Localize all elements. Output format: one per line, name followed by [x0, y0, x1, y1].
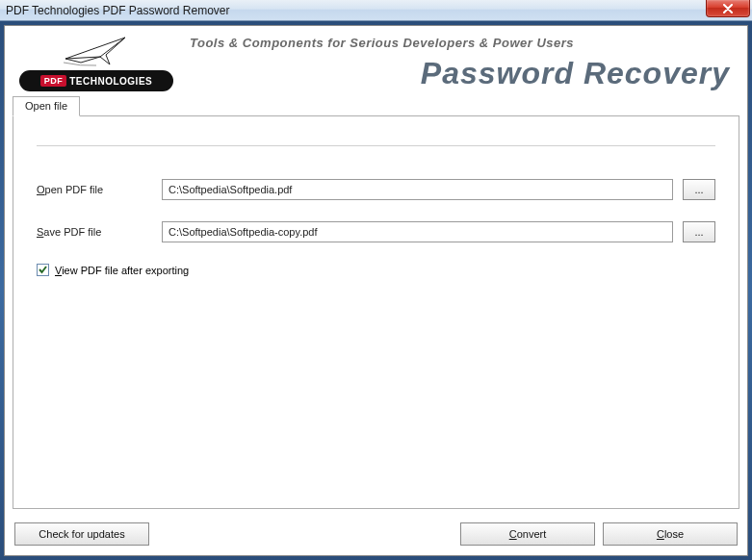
panel-header: PDF TECHNOLOGIES Tools & Components for …: [5, 26, 747, 95]
open-file-input[interactable]: [162, 179, 673, 200]
view-after-export-row: View PDF file after exporting: [37, 264, 715, 276]
check-updates-button[interactable]: Check for updates: [14, 522, 149, 546]
save-file-input[interactable]: [162, 221, 673, 242]
checkmark-icon: [38, 265, 48, 275]
open-file-browse-button[interactable]: ...: [683, 179, 715, 200]
convert-button[interactable]: Convert: [460, 522, 595, 546]
tab-body: Open PDF file ... Save PDF file ...: [13, 115, 739, 509]
open-file-row: Open PDF file ...: [37, 179, 715, 200]
save-file-label: Save PDF file: [37, 226, 162, 238]
tab-open-file[interactable]: Open file: [13, 96, 80, 116]
hero-title: Password Recovery: [190, 56, 734, 91]
tagline: Tools & Components for Serious Developer…: [190, 36, 734, 50]
save-file-row: Save PDF file ...: [37, 221, 715, 242]
paper-plane-icon: [62, 34, 131, 68]
window-title: PDF Technologies PDF Password Remover: [6, 4, 230, 17]
window-titlebar: PDF Technologies PDF Password Remover: [0, 0, 752, 21]
window-frame: PDF TECHNOLOGIES Tools & Components for …: [0, 21, 752, 560]
close-icon: [722, 4, 734, 13]
brand-badge: PDF TECHNOLOGIES: [19, 70, 173, 91]
divider: [37, 145, 715, 146]
save-file-browse-button[interactable]: ...: [683, 221, 715, 242]
brand-suffix: TECHNOLOGIES: [69, 76, 152, 87]
window-close-button[interactable]: [706, 0, 750, 17]
open-file-label: Open PDF file: [37, 184, 162, 195]
close-button[interactable]: Close: [603, 522, 738, 546]
logo-block: PDF TECHNOLOGIES: [14, 34, 178, 91]
tab-row: Open file: [13, 95, 739, 115]
tab-container: Open file Open PDF file ... Save PDF fil…: [5, 95, 747, 517]
brand-prefix: PDF: [40, 75, 67, 87]
header-text: Tools & Components for Serious Developer…: [190, 34, 734, 91]
footer-buttons: Check for updates Convert Close: [5, 517, 747, 555]
view-after-export-checkbox[interactable]: [37, 264, 49, 276]
view-after-export-label: View PDF file after exporting: [55, 265, 189, 276]
main-panel: PDF TECHNOLOGIES Tools & Components for …: [4, 25, 748, 556]
